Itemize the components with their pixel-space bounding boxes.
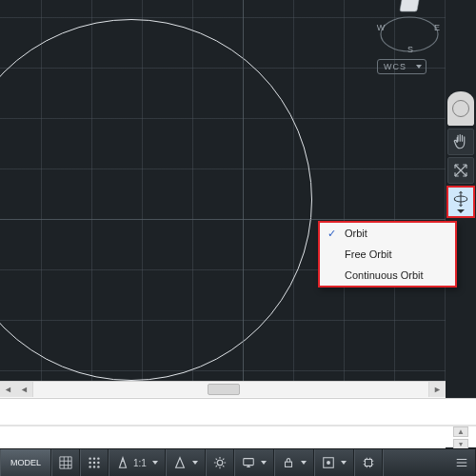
status-annotation-visibility[interactable] xyxy=(166,449,206,476)
wcs-dropdown[interactable]: WCS xyxy=(377,59,426,74)
chevron-down-icon xyxy=(416,65,422,69)
steering-wheel-icon xyxy=(452,100,469,117)
scale-label: 1:1 xyxy=(133,458,147,468)
status-snap-button[interactable] xyxy=(80,449,109,476)
menu-item-free-orbit[interactable]: Free Orbit xyxy=(320,244,455,265)
isolate-icon xyxy=(322,456,335,469)
command-history[interactable] xyxy=(0,399,476,426)
svg-point-8 xyxy=(97,462,99,464)
pan-icon xyxy=(452,133,469,150)
menu-item-label: Orbit xyxy=(345,228,367,239)
status-bar: MODEL 1:1 xyxy=(0,448,476,476)
zoom-extents-icon xyxy=(452,162,469,179)
svg-point-4 xyxy=(93,457,95,459)
status-hardware-button[interactable] xyxy=(354,449,383,476)
svg-point-17 xyxy=(327,461,330,465)
svg-point-7 xyxy=(93,462,95,464)
chevron-down-icon xyxy=(152,461,158,465)
svg-point-3 xyxy=(89,457,90,459)
chip-icon xyxy=(362,456,375,469)
compass-e-label: E xyxy=(434,23,440,32)
menu-lines-icon xyxy=(455,456,468,469)
pan-button[interactable] xyxy=(447,129,474,155)
scroll-left-button[interactable]: ◄ xyxy=(0,382,16,397)
status-isolate-button[interactable] xyxy=(314,449,354,476)
command-toolbar: ▲ ▾ xyxy=(446,398,476,447)
scroll-left-button-2[interactable]: ◄ xyxy=(16,382,32,397)
svg-point-10 xyxy=(93,466,95,467)
status-workspace-button[interactable] xyxy=(234,449,274,476)
chevron-down-icon xyxy=(261,461,267,465)
monitor-icon xyxy=(242,456,255,469)
menu-item-label: Free Orbit xyxy=(345,248,392,260)
snap-icon xyxy=(88,456,101,469)
svg-point-13 xyxy=(217,460,223,466)
svg-point-5 xyxy=(97,457,99,459)
zoom-extents-button[interactable] xyxy=(447,157,474,184)
chevron-down-icon xyxy=(457,209,465,213)
orbit-icon xyxy=(452,190,469,208)
model-tab-label: MODEL xyxy=(10,458,41,467)
svg-rect-1 xyxy=(400,0,420,11)
status-gear-button[interactable] xyxy=(206,449,234,476)
chevron-down-icon xyxy=(192,461,198,465)
compass-w-label: W xyxy=(377,23,386,32)
svg-point-12 xyxy=(122,460,124,462)
orbit-flyout-button[interactable] xyxy=(446,186,475,218)
compass-s-label: S xyxy=(407,45,413,53)
drawing-viewport[interactable]: S E W WCS xyxy=(0,0,446,381)
svg-rect-14 xyxy=(244,459,254,466)
scroll-thumb[interactable] xyxy=(208,384,240,395)
svg-point-11 xyxy=(97,466,99,467)
viewcube-compass[interactable]: S E W xyxy=(375,0,440,53)
model-tab[interactable]: MODEL xyxy=(0,449,51,476)
svg-point-6 xyxy=(89,462,90,464)
status-customize-button[interactable] xyxy=(383,449,476,476)
command-area xyxy=(0,398,476,447)
scroll-right-button[interactable]: ► xyxy=(429,382,446,397)
menu-item-orbit[interactable]: Orbit xyxy=(320,223,455,244)
menu-item-label: Continuous Orbit xyxy=(345,269,424,281)
status-lock-button[interactable] xyxy=(274,449,314,476)
cmd-up-button[interactable]: ▲ xyxy=(453,426,468,437)
annotation-scale-icon xyxy=(173,456,187,469)
steering-wheel-button[interactable] xyxy=(447,91,474,126)
svg-rect-18 xyxy=(365,460,371,466)
horizontal-scrollbar[interactable]: ◄ ◄ ► xyxy=(0,381,446,397)
drawing-circle xyxy=(0,19,312,381)
grid-icon xyxy=(59,456,72,469)
svg-rect-15 xyxy=(285,462,291,466)
gear-icon xyxy=(213,456,227,469)
chevron-down-icon xyxy=(301,461,307,465)
chevron-down-icon xyxy=(341,461,347,465)
menu-item-continuous-orbit[interactable]: Continuous Orbit xyxy=(320,265,455,286)
svg-point-9 xyxy=(89,466,90,467)
annotation-icon xyxy=(116,456,129,469)
orbit-flyout-menu: Orbit Free Orbit Continuous Orbit xyxy=(318,221,457,288)
status-annotation-scale[interactable]: 1:1 xyxy=(109,449,166,476)
status-grid-button[interactable] xyxy=(51,449,80,476)
wcs-label: WCS xyxy=(384,60,407,73)
lock-icon xyxy=(282,456,295,469)
scroll-track[interactable] xyxy=(32,382,429,397)
command-input[interactable] xyxy=(0,426,476,446)
